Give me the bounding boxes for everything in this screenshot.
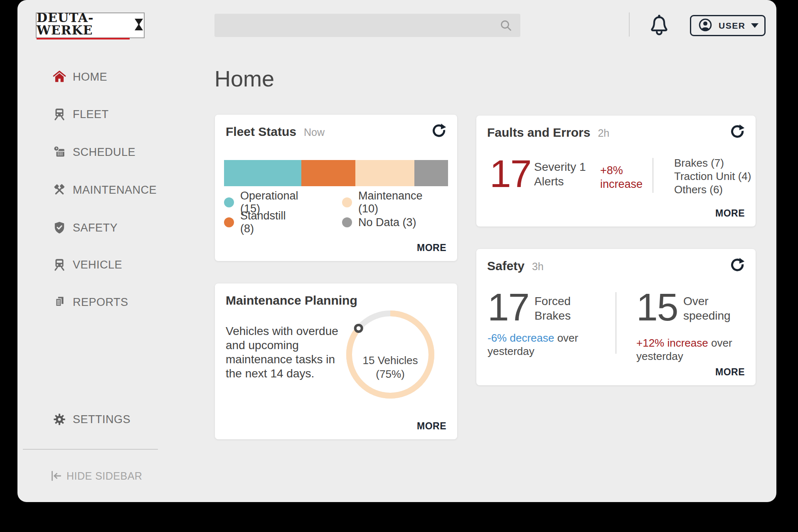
maintenance-description: Vehicles with overdue and upcoming maint… [226,324,338,381]
notifications-bell-icon[interactable] [648,14,670,37]
search-bar [214,14,520,37]
sidebar-item-fleet[interactable]: FLEET [17,101,192,128]
forced-brakes-label: Forced Brakes [534,294,571,323]
legend-label: No Data (3) [358,216,416,229]
more-button[interactable]: MORE [715,208,745,219]
over-speeding-count: 15 [636,288,677,327]
legend-label: Standstill (8) [240,209,298,235]
more-button[interactable]: MORE [715,367,745,378]
legend-item: Maintenance (10) [342,192,423,212]
refresh-icon[interactable] [431,123,447,139]
page-title: Home [214,66,274,91]
card-title: Safety [487,259,525,273]
sidebar-item-vehicle[interactable]: VEHICLE [17,251,192,278]
sidebar-item-label: FLEET [73,108,109,121]
vertical-divider [653,158,653,193]
sidebar-item-settings[interactable]: SETTINGS [17,406,192,433]
legend-swatch [224,217,234,227]
user-avatar-icon [698,17,713,34]
legend-item: Standstill (8) [224,212,298,232]
faults-and-errors-card: Faults and Errors 2h 17 Severity 1 Alert… [476,116,756,227]
app-window: DEUTA-WERKE [17,0,776,502]
forced-brakes-delta: -6% decrease over yesterday [488,331,578,358]
legend-label: Maintenance (10) [358,190,423,215]
forced-brakes-count: 17 [488,288,529,327]
refresh-icon[interactable] [729,124,745,140]
more-button[interactable]: MORE [417,421,446,432]
card-timestamp: 3h [532,261,544,273]
hide-sidebar-label: HIDE SIDEBAR [66,470,142,482]
severity-alert-count: 17 [490,155,531,193]
bar-segment-standstill [301,160,355,186]
sidebar-item-safety[interactable]: SAFETY [17,214,192,241]
sidebar-item-label: MAINTENANCE [73,184,157,197]
breakdown-item: Brakes (7) [674,156,751,170]
bar-segment-maintenance [355,160,414,186]
search-icon[interactable] [500,19,513,34]
over-speeding-delta: +12% increase over yesterday [636,336,732,363]
sidebar-item-label: HOME [73,71,107,84]
card-timestamp: Now [304,126,325,138]
sidebar-divider [23,449,158,450]
maintenance-planning-card: Maintenance Planning Vehicles with overd… [215,283,457,439]
hourglass-logo-icon [134,18,144,33]
faults-breakdown-list: Brakes (7) Traction Unit (4) Others (6) [674,156,751,196]
header-divider [629,12,630,37]
bar-segment-no-data [414,160,448,186]
vertical-divider [616,292,616,354]
hide-sidebar-button[interactable]: HIDE SIDEBAR [17,466,175,485]
bar-segment-operational [224,160,301,186]
faults-delta: +8% increase [600,164,643,191]
sidebar-item-maintenance[interactable]: MAINTENANCE [17,177,192,203]
maintenance-donut-chart: 15 Vehicles (75%) [346,310,434,399]
sidebar-item-label: SETTINGS [73,413,131,426]
refresh-icon[interactable] [729,258,745,273]
chevron-down-icon [751,23,759,28]
legend-swatch [224,197,234,207]
safety-card: Safety 3h 17 Forced Brakes -6% decrease … [476,249,756,385]
card-title: Maintenance Planning [226,293,357,308]
crossed-hammers-icon [52,182,67,197]
breakdown-item: Others (6) [674,183,751,196]
gear-icon [52,412,67,427]
collapse-left-icon [49,469,63,483]
legend-swatch [342,197,352,207]
fleet-status-stacked-bar [224,160,448,186]
logo-text: DEUTA-WERKE [37,12,130,37]
over-speeding-label: Over speeding [683,294,731,323]
more-button[interactable]: MORE [417,242,446,254]
sidebar-item-home[interactable]: HOME [17,64,192,90]
legend-swatch [342,217,352,227]
train-icon [52,257,67,272]
logo-underline [37,38,130,39]
user-label: USER [719,21,745,31]
sidebar-item-label: SAFETY [73,222,118,234]
deuta-werke-logo: DEUTA-WERKE [36,12,145,38]
card-title: Fleet Status [226,125,296,139]
sidebar-item-label: SCHEDULE [73,146,135,159]
train-icon [52,107,67,122]
home-icon [52,69,67,84]
donut-center-label: 15 Vehicles (75%) [346,354,434,381]
search-input[interactable] [214,14,520,37]
sidebar-item-schedule[interactable]: SCHEDULE [17,139,192,165]
reports-icon [52,295,67,310]
fleet-status-card: Fleet Status Now Operational (15)Standst… [215,115,457,261]
legend-item: No Data (3) [342,212,423,232]
calendar-clock-icon [52,145,67,160]
card-timestamp: 2h [598,127,609,139]
card-title: Faults and Errors [487,126,590,140]
sidebar-item-label: REPORTS [73,296,128,309]
sidebar-item-reports[interactable]: REPORTS [17,289,192,315]
sidebar-item-label: VEHICLE [73,259,122,271]
user-menu-button[interactable]: USER [690,15,766,36]
severity-alert-label: Severity 1 Alerts [534,160,586,189]
shield-check-icon [52,220,67,235]
breakdown-item: Traction Unit (4) [674,170,751,183]
